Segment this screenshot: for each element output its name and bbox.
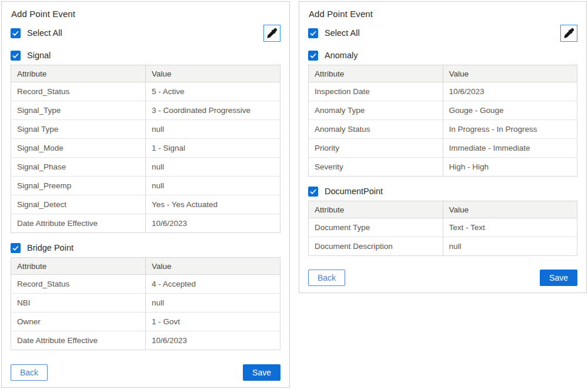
column-header: Attribute bbox=[11, 258, 146, 275]
attribute-cell: Date Attribute Effective bbox=[11, 214, 146, 233]
column-header: Attribute bbox=[11, 65, 146, 82]
select-all-label: Select All bbox=[325, 28, 360, 38]
value-cell: Gouge - Gouge bbox=[443, 101, 577, 120]
attribute-cell: Owner bbox=[11, 312, 146, 331]
group-checkbox[interactable] bbox=[308, 51, 318, 61]
select-all-checkbox-row[interactable]: Select All bbox=[11, 27, 62, 39]
table-row: Anomaly TypeGouge - Gouge bbox=[309, 101, 577, 120]
add-point-event-panel: Add Point Event Select All SignalAttribu… bbox=[1, 1, 290, 388]
attribute-cell: Signal_Preemp bbox=[11, 177, 146, 195]
value-cell: 3 - Coordinated Progressive bbox=[146, 101, 280, 120]
table-row: Record_Status5 - Active bbox=[11, 82, 280, 101]
footer: Back Save bbox=[11, 364, 280, 381]
attribute-cell: Signal_Type bbox=[11, 101, 146, 120]
value-cell: 1 - Signal bbox=[146, 139, 280, 158]
footer: Back Save bbox=[308, 270, 577, 286]
back-button[interactable]: Back bbox=[11, 364, 48, 381]
attribute-cell: Severity bbox=[309, 158, 443, 177]
group-checkbox-row[interactable]: DocumentPoint bbox=[308, 185, 577, 197]
table-row: Date Attribute Effective10/6/2023 bbox=[11, 331, 280, 350]
table-row: Anomaly StatusIn Progress - In Progress bbox=[309, 120, 577, 139]
attribute-table: AttributeValueRecord_Status4 - AcceptedN… bbox=[11, 257, 280, 350]
table-row: Record_Status4 - Accepted bbox=[11, 275, 280, 294]
value-cell: In Progress - In Progress bbox=[443, 120, 577, 139]
select-all-checkbox[interactable] bbox=[11, 28, 21, 38]
group-checkbox[interactable] bbox=[308, 187, 318, 197]
group-checkbox-row[interactable]: Signal bbox=[11, 49, 280, 61]
group-checkbox[interactable] bbox=[11, 243, 21, 253]
back-button[interactable]: Back bbox=[308, 270, 345, 286]
table-row: Signal Typenull bbox=[11, 120, 280, 139]
value-cell: 5 - Active bbox=[146, 82, 280, 101]
attribute-cell: Priority bbox=[309, 139, 443, 158]
group-checkbox[interactable] bbox=[11, 51, 21, 61]
topbar: Select All bbox=[11, 25, 280, 41]
attribute-cell: Anomaly Type bbox=[309, 101, 443, 120]
table-row: Owner1 - Govt bbox=[11, 312, 280, 331]
select-all-label: Select All bbox=[27, 28, 62, 38]
value-cell: Text - Text bbox=[443, 218, 577, 237]
attribute-cell: Date Attribute Effective bbox=[11, 331, 146, 350]
page-title: Add Point Event bbox=[11, 9, 280, 19]
value-cell: null bbox=[146, 120, 280, 139]
table-row: Signal_DetectYes - Yes Actuated bbox=[11, 195, 280, 214]
value-cell: 4 - Accepted bbox=[146, 275, 280, 294]
select-all-checkbox[interactable] bbox=[308, 28, 318, 38]
attribute-cell: NBI bbox=[11, 294, 146, 312]
column-header: Value bbox=[146, 258, 280, 275]
attribute-cell: Inspection Date bbox=[309, 82, 443, 101]
attribute-cell: Signal_Mode bbox=[11, 139, 146, 158]
add-point-event-panel: Add Point Event Select All AnomalyAttrib… bbox=[299, 1, 587, 293]
table-row: Date Attribute Effective10/6/2023 bbox=[11, 214, 280, 233]
group-label: Signal bbox=[27, 51, 51, 60]
value-cell: 10/6/2023 bbox=[146, 331, 280, 350]
save-button[interactable]: Save bbox=[540, 270, 577, 286]
column-header: Value bbox=[443, 65, 577, 82]
attribute-cell: Signal Type bbox=[11, 120, 146, 139]
attribute-table: AttributeValueRecord_Status5 - ActiveSig… bbox=[11, 65, 280, 233]
table-row: Signal_Phasenull bbox=[11, 158, 280, 177]
attribute-cell: Signal_Detect bbox=[11, 195, 146, 214]
value-cell: 10/6/2023 bbox=[146, 214, 280, 233]
eyedropper-icon bbox=[267, 28, 277, 38]
column-header: Value bbox=[146, 65, 280, 82]
group-label: DocumentPoint bbox=[325, 187, 383, 196]
eyedropper-icon bbox=[564, 28, 574, 38]
save-button[interactable]: Save bbox=[243, 364, 280, 381]
attribute-group: SignalAttributeValueRecord_Status5 - Act… bbox=[11, 49, 280, 233]
eyedropper-button[interactable] bbox=[263, 25, 280, 42]
table-row: Signal_Preempnull bbox=[11, 177, 280, 195]
group-checkbox-row[interactable]: Bridge Point bbox=[11, 242, 280, 254]
attribute-cell: Record_Status bbox=[11, 275, 146, 294]
column-header: Value bbox=[443, 201, 577, 218]
column-header: Attribute bbox=[309, 201, 443, 218]
value-cell: null bbox=[146, 294, 280, 312]
topbar: Select All bbox=[308, 25, 577, 41]
table-row: PriorityImmediate - Immediate bbox=[309, 139, 577, 158]
value-cell: Immediate - Immediate bbox=[443, 139, 577, 158]
attribute-cell: Signal_Phase bbox=[11, 158, 146, 177]
attribute-group: Bridge PointAttributeValueRecord_Status4… bbox=[11, 242, 280, 350]
attribute-cell: Anomaly Status bbox=[309, 120, 443, 139]
attribute-table: AttributeValueInspection Date10/6/2023An… bbox=[308, 65, 577, 177]
attribute-group: AnomalyAttributeValueInspection Date10/6… bbox=[308, 49, 577, 177]
attribute-groups: SignalAttributeValueRecord_Status5 - Act… bbox=[11, 49, 280, 350]
attribute-groups: AnomalyAttributeValueInspection Date10/6… bbox=[308, 49, 577, 256]
attribute-cell: Document Type bbox=[309, 218, 443, 237]
value-cell: null bbox=[443, 237, 577, 256]
table-row: Signal_Type3 - Coordinated Progressive bbox=[11, 101, 280, 120]
value-cell: Yes - Yes Actuated bbox=[146, 195, 280, 214]
eyedropper-button[interactable] bbox=[560, 25, 577, 42]
attribute-table: AttributeValueDocument TypeText - TextDo… bbox=[308, 201, 577, 256]
group-checkbox-row[interactable]: Anomaly bbox=[308, 49, 577, 61]
select-all-checkbox-row[interactable]: Select All bbox=[308, 27, 360, 39]
page-title: Add Point Event bbox=[309, 9, 577, 19]
value-cell: 10/6/2023 bbox=[443, 82, 577, 101]
attribute-group: DocumentPointAttributeValueDocument Type… bbox=[308, 185, 577, 256]
value-cell: null bbox=[146, 158, 280, 177]
table-row: Inspection Date10/6/2023 bbox=[309, 82, 577, 101]
table-row: NBInull bbox=[11, 294, 280, 312]
value-cell: null bbox=[146, 177, 280, 195]
attribute-cell: Record_Status bbox=[11, 82, 146, 101]
value-cell: High - High bbox=[443, 158, 577, 177]
